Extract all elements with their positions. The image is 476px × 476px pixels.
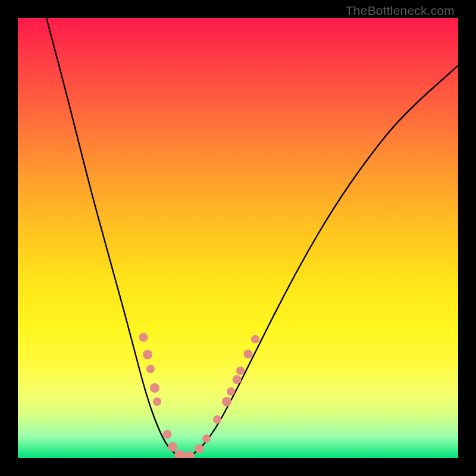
chart-frame: TheBottleneck.com [0, 0, 476, 476]
data-point-dot [153, 397, 161, 406]
data-point-dot [213, 415, 221, 424]
data-point-dot [184, 451, 195, 458]
data-point-dot [146, 365, 155, 373]
data-point-dot [202, 434, 211, 443]
plot-area [18, 18, 458, 458]
data-point-dot [139, 333, 148, 342]
data-point-dot [143, 350, 152, 359]
data-point-dot [236, 367, 245, 375]
data-point-dot [233, 375, 242, 384]
curve-left-path [46, 18, 182, 458]
data-point-dot [150, 383, 159, 393]
data-point-dot [163, 430, 172, 439]
data-point-dot [222, 397, 231, 406]
data-point-dot [251, 335, 259, 343]
data-point-dot [195, 444, 204, 453]
data-point-dot [227, 387, 235, 396]
watermark-text: TheBottleneck.com [346, 4, 455, 18]
data-point-dot [244, 350, 253, 359]
bottleneck-curve [18, 18, 458, 458]
data-point-dot [168, 442, 177, 452]
